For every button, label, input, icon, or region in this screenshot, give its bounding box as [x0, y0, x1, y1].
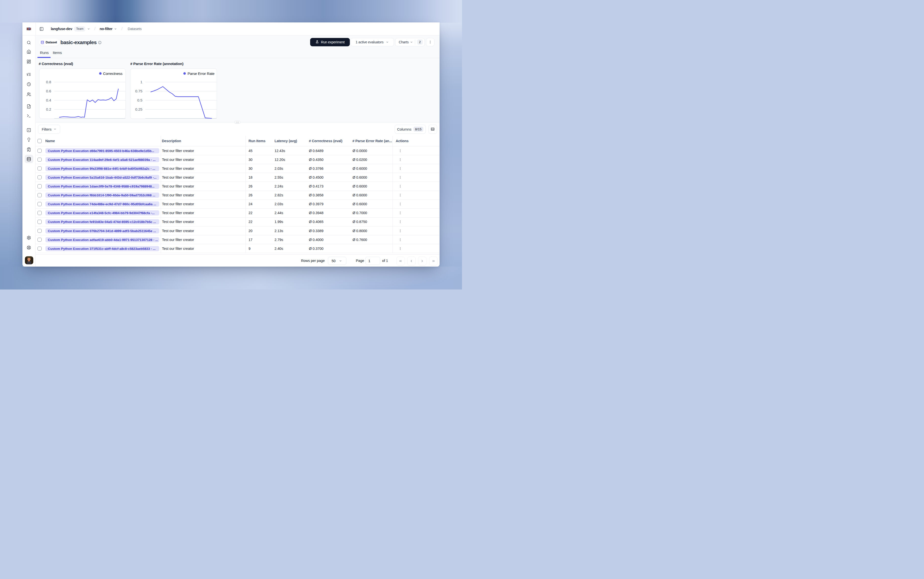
svg-text:0.8: 0.8	[46, 80, 51, 84]
svg-text:Parse Error Rate: Parse Error Rate	[188, 71, 215, 75]
svg-text:0.25: 0.25	[135, 107, 143, 111]
svg-text:0.5: 0.5	[137, 98, 143, 102]
svg-text:1: 1	[141, 80, 143, 84]
svg-text:0.75: 0.75	[135, 89, 143, 93]
svg-text:0.2: 0.2	[46, 107, 51, 111]
svg-text:0.4: 0.4	[46, 98, 51, 102]
svg-text:0.6: 0.6	[46, 89, 51, 93]
svg-text:Correctness: Correctness	[103, 71, 123, 75]
